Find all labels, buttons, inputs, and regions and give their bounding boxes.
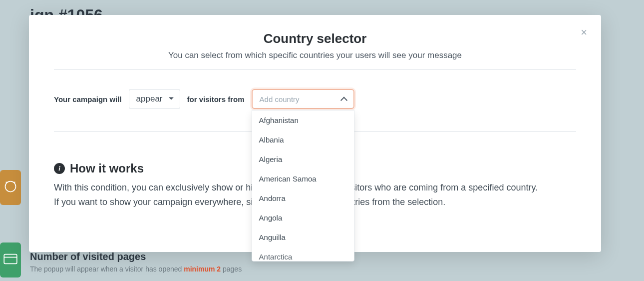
country-option[interactable]: Andorra [252,188,354,208]
close-button[interactable]: × [581,27,587,38]
country-option[interactable]: Anguilla [252,228,354,247]
clock-icon [3,180,17,195]
bg-sub-before: The popup will appear when a visitor has… [30,265,184,273]
appear-mode-select[interactable]: appear [129,89,180,109]
country-option[interactable]: Albania [252,130,354,150]
rule-row: Your campaign will appear for visitors f… [54,70,576,131]
bg-sub-after: pages [221,265,242,273]
country-option[interactable]: Afghanistan [252,110,354,130]
svg-rect-1 [4,254,17,264]
country-option[interactable]: American Samoa [252,169,354,188]
sidebar-card-icon [0,242,21,278]
rule-midfix-label: for visitors from [187,95,245,104]
country-selector-modal: × Country selector You can select from w… [29,15,601,252]
close-icon: × [581,26,587,38]
bg-section-title: Number of visited pages [30,251,146,262]
country-combobox[interactable]: Add country [252,89,354,109]
modal-subtitle: You can select from which specific count… [54,50,576,60]
rule-prefix-label: Your campaign will [54,95,122,104]
info-icon: i [54,163,65,174]
modal-title: Country selector [54,31,576,46]
country-option[interactable]: Angola [252,208,354,228]
country-dropdown: Afghanistan Albania Algeria American Sam… [252,110,354,262]
country-option[interactable]: Algeria [252,150,354,169]
bg-sub-bold: minimum 2 [184,265,221,273]
sidebar-clock-icon [0,170,21,205]
country-placeholder: Add country [260,95,300,104]
card-icon [3,254,17,266]
bg-section-subtitle: The popup will appear when a visitor has… [30,265,242,273]
how-heading-text: How it works [70,162,144,176]
country-option[interactable]: Antarctica [252,247,354,261]
appear-mode-value: appear [136,94,163,104]
country-combo-wrap: Add country Afghanistan Albania Algeria … [252,89,354,109]
